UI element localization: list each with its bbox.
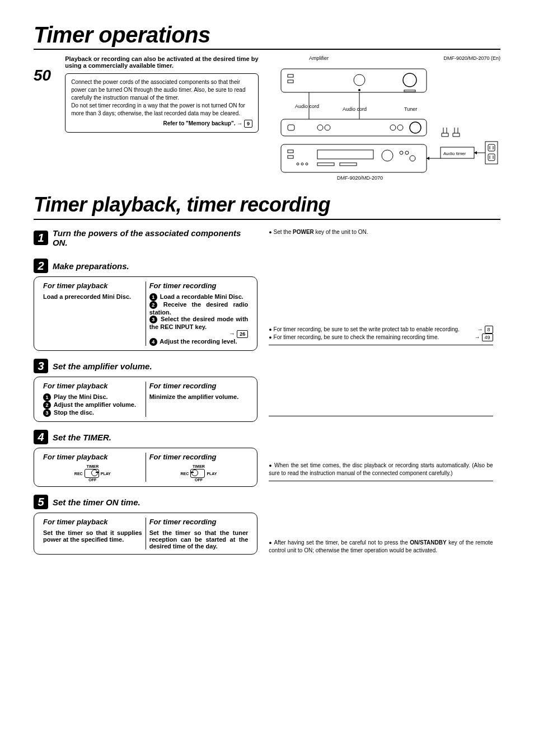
step-3-pb-item-3: Stop the disc. xyxy=(52,409,94,416)
svg-point-29 xyxy=(297,163,299,165)
bullet-dot-icon: ● xyxy=(269,540,272,546)
svg-rect-19 xyxy=(281,144,427,172)
step-5-pb-heading: For timer playback xyxy=(43,518,142,526)
svg-rect-27 xyxy=(317,163,334,166)
page-ref-49: 49 xyxy=(482,334,493,341)
svg-text:Audio timer: Audio timer xyxy=(443,151,466,156)
page-number: 50 xyxy=(34,67,51,133)
svg-rect-12 xyxy=(281,119,427,136)
step-2-pb-body: Load a prerecorded Mini Disc. xyxy=(43,293,142,300)
step-2-pb-heading: For timer playback xyxy=(43,281,142,290)
timer-switch-rec-icon xyxy=(190,469,205,478)
section-title: Timer playback, timer recording xyxy=(34,193,500,220)
separator xyxy=(269,345,493,345)
numbered-bullet-3: 3 xyxy=(43,409,51,417)
step-4-note: When the set time comes, the disc playba… xyxy=(269,462,493,476)
off-label: OFF xyxy=(149,478,249,482)
separator xyxy=(269,416,493,416)
bullet-dot-icon: ● xyxy=(269,463,272,468)
timer-label: TIMER xyxy=(43,464,142,469)
svg-point-4 xyxy=(403,73,416,87)
svg-point-25 xyxy=(405,151,409,154)
svg-point-14 xyxy=(317,125,323,130)
separator xyxy=(269,481,493,481)
step-2-rec-heading: For timer recording xyxy=(149,281,249,290)
svg-point-18 xyxy=(410,122,421,133)
step-3-pb-item-2: Adjust the amplifier volume. xyxy=(52,401,136,408)
svg-marker-38 xyxy=(474,151,477,154)
step-3-pb-heading: For timer playback xyxy=(43,382,142,390)
svg-text:DMF-9020/MD-2070: DMF-9020/MD-2070 xyxy=(337,175,383,181)
svg-rect-1 xyxy=(288,74,293,77)
page-title: Timer operations xyxy=(34,22,500,50)
svg-rect-6 xyxy=(404,90,415,92)
svg-point-30 xyxy=(301,163,303,165)
svg-rect-40 xyxy=(488,144,495,151)
step-3-heading: Set the amplifier volume. xyxy=(53,361,152,371)
svg-point-3 xyxy=(354,74,365,86)
step-4-heading: Set the TIMER. xyxy=(53,433,111,442)
step-5-badge: 5 xyxy=(34,495,48,509)
step-3-badge: 3 xyxy=(34,359,48,373)
page-ref-9: 9 xyxy=(244,120,252,128)
off-label: OFF xyxy=(43,478,142,482)
step-3-rec-body: Minimize the amplifier volume. xyxy=(149,393,249,400)
svg-point-23 xyxy=(382,150,393,161)
step-1-note-suffix: key of the unit to ON. xyxy=(314,229,368,235)
memory-backup-ref-text: Refer to "Memory backup". → xyxy=(163,120,242,126)
svg-point-24 xyxy=(400,151,403,154)
svg-rect-13 xyxy=(288,125,294,130)
intro-info-box: Connect the power cords of the associate… xyxy=(65,73,259,133)
step-2-rec-item-4: Adjust the recording level. xyxy=(158,338,237,345)
numbered-bullet-2: 2 xyxy=(43,401,51,409)
bullet-dot-icon: ● xyxy=(269,335,271,340)
intro-box-text-1: Connect the power cords of the associate… xyxy=(71,78,252,102)
rec-label: REC xyxy=(181,472,189,476)
page-ref-8: 8 xyxy=(485,326,493,334)
numbered-bullet-4: 4 xyxy=(149,338,157,346)
svg-point-16 xyxy=(390,125,396,130)
svg-text:Tuner: Tuner xyxy=(404,106,417,112)
step-1-heading: Turn the powers of the associated compon… xyxy=(53,228,257,247)
svg-point-26 xyxy=(410,156,415,161)
step-1-badge: 1 xyxy=(34,231,48,245)
timer-label: TIMER xyxy=(149,464,249,469)
diagram-model-label: DMF-9020/MD-2070 (En) xyxy=(443,55,500,61)
numbered-bullet-2: 2 xyxy=(149,301,157,309)
svg-rect-43 xyxy=(488,154,495,161)
numbered-bullet-1: 1 xyxy=(149,293,157,301)
step-2-heading: Make preparations. xyxy=(53,261,129,271)
step-2-rec-item-2: Receive the desired radio station. xyxy=(149,301,249,316)
step-3-rec-heading: For timer recording xyxy=(149,382,249,390)
step-3-pb-item-1: Play the Mini Disc. xyxy=(52,393,108,400)
numbered-bullet-3: 3 xyxy=(149,316,157,323)
svg-rect-22 xyxy=(317,150,373,159)
svg-text:Audio cord: Audio cord xyxy=(295,104,319,109)
rec-label: REC xyxy=(74,472,83,476)
numbered-bullet-1: 1 xyxy=(43,393,51,401)
step-2-note-1: For timer recording, be sure to set the … xyxy=(274,326,460,332)
intro-box-text-2: Do not set timer recording in a way that… xyxy=(71,102,252,118)
play-label: PLAY xyxy=(101,472,111,476)
step-1-note-bold: POWER xyxy=(293,229,314,235)
svg-rect-21 xyxy=(288,156,293,158)
bullet-dot-icon: ● xyxy=(269,327,271,332)
timer-switch-play-icon xyxy=(85,469,99,478)
connection-diagram: Amplifier DMF-9020/MD-2070 (En) Audio co… xyxy=(275,55,500,182)
svg-rect-28 xyxy=(340,163,357,166)
intro-lead: Playback or recording can also be activa… xyxy=(65,55,259,69)
bullet-dot-icon: ● xyxy=(269,229,271,235)
diagram-amp-label: Amplifier xyxy=(309,55,329,61)
step-2-note-2: For timer recording, be sure to check th… xyxy=(274,334,439,340)
svg-point-31 xyxy=(306,163,308,165)
svg-marker-34 xyxy=(427,157,429,160)
svg-text:Audio cord: Audio cord xyxy=(343,106,367,112)
step-2-rec-item-1: Load a recordable Mini Disc. xyxy=(158,293,243,300)
svg-rect-2 xyxy=(288,80,293,83)
page-ref-26: 26 xyxy=(237,330,248,338)
step-5-rec-body: Set the timer so that the tuner receptio… xyxy=(149,529,249,550)
step-2-badge: 2 xyxy=(34,259,48,273)
step-4-badge: 4 xyxy=(34,430,48,444)
play-label: PLAY xyxy=(207,472,217,476)
svg-point-5 xyxy=(358,89,360,91)
